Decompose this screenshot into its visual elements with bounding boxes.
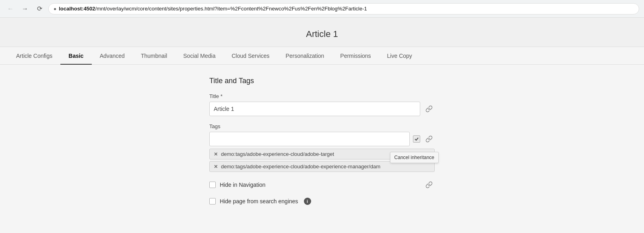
hide-navigation-row: Hide in Navigation: [209, 182, 266, 188]
tag-remove-1[interactable]: ✕: [214, 151, 218, 157]
hide-navigation-link-icon[interactable]: [423, 179, 435, 190]
tab-live-copy[interactable]: Live Copy: [379, 47, 420, 65]
title-input[interactable]: [209, 102, 420, 116]
tags-checkbox[interactable]: [413, 135, 420, 143]
tab-personalization[interactable]: Personalization: [278, 47, 332, 65]
tab-social-media[interactable]: Social Media: [175, 47, 223, 65]
tags-link-icon[interactable]: [423, 133, 435, 145]
tab-cloud-services[interactable]: Cloud Services: [223, 47, 277, 65]
tags-input[interactable]: [209, 132, 410, 146]
tab-article-configs[interactable]: Article Configs: [8, 47, 60, 65]
page-header: Article 1: [0, 18, 644, 47]
lock-icon: ●: [54, 6, 56, 12]
tags-input-row: Cancel inheritance: [209, 132, 435, 146]
tags-field-group: Tags Cancel inheritance: [209, 123, 435, 172]
main-content: Title and Tags Title * Tags: [0, 65, 644, 224]
section-title: Title and Tags: [209, 77, 435, 85]
cancel-inheritance-tooltip[interactable]: Cancel inheritance: [390, 152, 439, 163]
back-button[interactable]: ←: [5, 3, 16, 14]
tab-thumbnail[interactable]: Thumbnail: [133, 47, 175, 65]
page-title: Article 1: [0, 29, 644, 39]
title-link-icon[interactable]: [423, 103, 435, 114]
address-text: localhost:4502/mnt/overlay/wcm/core/cont…: [59, 6, 367, 12]
reload-button[interactable]: ⟳: [34, 3, 45, 14]
hide-navigation-checkbox[interactable]: [209, 182, 216, 188]
tabs-bar: Article Configs Basic Advanced Thumbnail…: [0, 47, 644, 65]
address-bar[interactable]: ● localhost:4502/mnt/overlay/wcm/core/co…: [48, 3, 639, 14]
title-field-row: [209, 102, 435, 116]
tab-advanced[interactable]: Advanced: [92, 47, 133, 65]
tag-remove-2[interactable]: ✕: [214, 164, 218, 170]
hide-search-checkbox[interactable]: [209, 198, 216, 204]
title-field-group: Title *: [209, 93, 435, 116]
tab-permissions[interactable]: Permissions: [332, 47, 379, 65]
title-label: Title *: [209, 93, 435, 99]
browser-chrome: ← → ⟳ ● localhost:4502/mnt/overlay/wcm/c…: [0, 0, 644, 18]
info-icon[interactable]: i: [304, 198, 311, 205]
hide-navigation-label: Hide in Navigation: [220, 182, 266, 188]
hide-search-label: Hide page from search engines: [220, 198, 298, 204]
forward-button[interactable]: →: [19, 3, 31, 14]
form-panel: Title and Tags Title * Tags: [209, 77, 435, 212]
hide-search-row: Hide page from search engines i: [209, 198, 435, 205]
tab-basic[interactable]: Basic: [60, 47, 91, 65]
tag-value-2: demo:tags/adobe-experience-cloud/adobe-e…: [221, 164, 380, 170]
tags-label: Tags: [209, 123, 435, 129]
tag-value-1: demo:tags/adobe-experience-cloud/adobe-t…: [221, 151, 334, 157]
hide-search-group: Hide page from search engines i: [209, 198, 435, 205]
hide-navigation-group: Hide in Navigation: [209, 179, 435, 190]
